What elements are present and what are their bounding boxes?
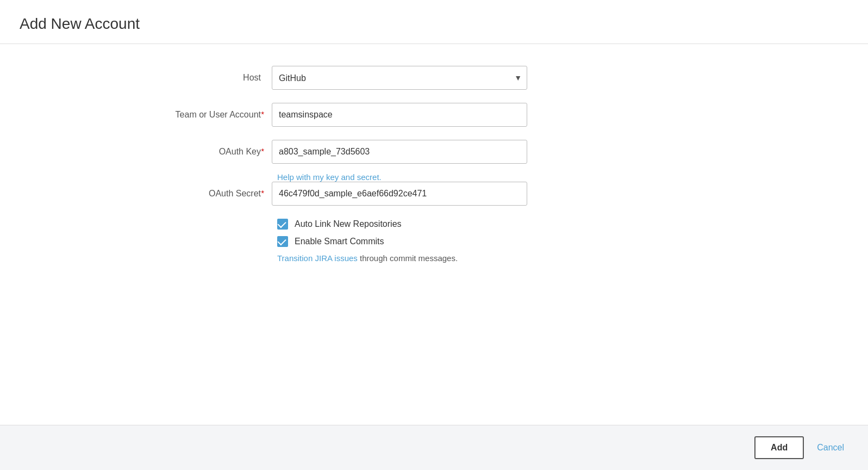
oauth-secret-row: OAuth Secret *: [0, 182, 868, 206]
oauth-secret-label: OAuth Secret *: [54, 189, 272, 199]
host-select-wrapper: GitHub Bitbucket GitLab ▼: [272, 66, 527, 90]
team-account-label: Team or User Account *: [54, 110, 272, 120]
host-label: Host: [54, 73, 272, 83]
auto-link-checkbox-container: Auto Link New Repositories: [277, 219, 402, 230]
auto-link-label: Auto Link New Repositories: [295, 219, 402, 229]
oauth-key-help-link[interactable]: Help with my key and secret.: [277, 172, 382, 182]
oauth-key-row: OAuth Key *: [0, 140, 868, 164]
dialog-header: Add New Account: [0, 0, 868, 44]
auto-link-checkbox[interactable]: [277, 219, 288, 230]
oauth-key-label: OAuth Key *: [54, 147, 272, 157]
smart-commits-checkbox[interactable]: [277, 236, 288, 247]
required-star: *: [261, 110, 264, 119]
dialog-container: Add New Account Host GitHub Bitbucket Gi…: [0, 0, 868, 470]
add-button[interactable]: Add: [754, 436, 804, 459]
smart-commits-row: Enable Smart Commits: [0, 236, 868, 247]
auto-link-row: Auto Link New Repositories: [0, 219, 868, 230]
team-account-row: Team or User Account *: [0, 103, 868, 127]
transition-row: Transition JIRA issues through commit me…: [0, 253, 868, 263]
required-star-oauth-secret: *: [261, 189, 264, 197]
smart-commits-label: Enable Smart Commits: [295, 237, 384, 246]
transition-suffix: through commit messages.: [358, 253, 458, 263]
team-account-input[interactable]: [272, 103, 527, 127]
page-title: Add New Account: [20, 15, 848, 33]
host-row: Host GitHub Bitbucket GitLab ▼: [0, 66, 868, 90]
dialog-footer: Add Cancel: [0, 425, 868, 470]
cancel-button[interactable]: Cancel: [813, 437, 848, 458]
transition-jira-link[interactable]: Transition JIRA issues: [277, 253, 358, 263]
oauth-key-input[interactable]: [272, 140, 527, 164]
transition-text: Transition JIRA issues through commit me…: [277, 253, 458, 263]
required-star-oauth-key: *: [261, 147, 264, 156]
oauth-secret-input[interactable]: [272, 182, 527, 206]
host-select[interactable]: GitHub Bitbucket GitLab: [272, 66, 527, 90]
smart-commits-checkbox-container: Enable Smart Commits: [277, 236, 384, 247]
oauth-key-help-row: Help with my key and secret.: [0, 172, 868, 182]
dialog-body: Host GitHub Bitbucket GitLab ▼ Team or U…: [0, 44, 868, 425]
